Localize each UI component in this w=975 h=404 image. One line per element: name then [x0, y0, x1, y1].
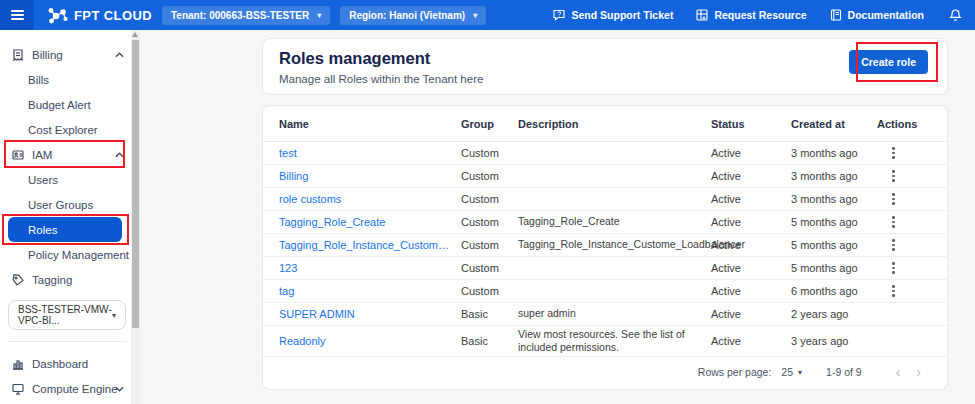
tenant-selector[interactable]: Tenant: 000663-BSS-TESTER ▾: [162, 6, 330, 25]
role-created-at: 5 months ago: [791, 216, 875, 228]
previous-page-icon[interactable]: ‹: [888, 364, 909, 380]
sidebar-item-label: User Groups: [28, 199, 93, 211]
role-created-at: 3 months ago: [791, 170, 875, 182]
sidebar-item-user-groups[interactable]: User Groups: [0, 192, 140, 217]
hamburger-menu-icon[interactable]: [0, 0, 34, 30]
role-actions-cell: [875, 145, 931, 161]
role-description: Tagging_Role_Instance_Custome_Loadbalanc…: [518, 238, 711, 251]
request-resource-link[interactable]: Request Resource: [695, 8, 806, 22]
next-page-icon[interactable]: ›: [908, 364, 929, 380]
sidebar-item-label: Billing: [32, 49, 63, 61]
main-content: Roles management Manage all Roles within…: [140, 30, 975, 404]
role-name-link[interactable]: role customs: [279, 193, 461, 205]
role-name-link[interactable]: 123: [279, 262, 461, 274]
notifications-bell-icon[interactable]: [946, 8, 963, 23]
sidebar-item-cost-explorer[interactable]: Cost Explorer: [0, 117, 140, 142]
sidebar-item-iam[interactable]: IAM: [0, 142, 140, 167]
region-selector[interactable]: Region: Hanoi (Vietnam) ▾: [340, 6, 486, 25]
chevron-up-icon: [115, 52, 124, 58]
region-label: Region: Hanoi (Vietnam): [349, 10, 465, 21]
role-name-link[interactable]: Billing: [279, 170, 461, 182]
role-name-link[interactable]: tag: [279, 285, 461, 297]
role-created-at: 2 years ago: [791, 308, 875, 320]
sidebar-item-dashboard[interactable]: Dashboard: [0, 351, 140, 376]
role-name-link[interactable]: test: [279, 147, 461, 159]
topbar-actions: Send Support Ticket Request Resource Doc…: [552, 8, 975, 23]
role-created-at: 3 months ago: [791, 147, 875, 159]
sidebar-item-bills[interactable]: Bills: [0, 67, 140, 92]
role-group: Custom: [461, 170, 518, 182]
sidebar-item-roles[interactable]: Roles: [8, 217, 122, 242]
sidebar-item-label: Policy Management: [28, 249, 129, 261]
role-group: Custom: [461, 285, 518, 297]
role-description: View most resources. See the list of inc…: [518, 328, 711, 354]
table-row: Tagging_Role_CreateCustomTagging_Role_Cr…: [263, 211, 947, 234]
role-status: Active: [711, 335, 791, 347]
role-created-at: 6 months ago: [791, 285, 875, 297]
role-actions-cell: [875, 237, 931, 253]
send-support-ticket-link[interactable]: Send Support Ticket: [552, 8, 673, 22]
page-subtitle: Manage all Roles within the Tenant here: [279, 73, 931, 85]
sidebar-item-label: Dashboard: [32, 358, 88, 370]
documentation-link[interactable]: Documentation: [829, 8, 924, 22]
role-status: Active: [711, 285, 791, 297]
role-description: Tagging_Role_Create: [518, 215, 711, 228]
col-header-created-at: Created at: [791, 118, 875, 130]
role-status: Active: [711, 262, 791, 274]
kebab-menu-icon[interactable]: [889, 260, 898, 276]
role-status: Active: [711, 170, 791, 182]
table-row: Tagging_Role_Instance_Custome_Loadbalanc…: [263, 234, 947, 257]
col-header-name: Name: [279, 118, 461, 130]
table-header-row: Name Group Description Status Created at…: [263, 106, 947, 142]
vpc-selector-value: BSS-TESTER-VMW-VPC-BI...: [18, 304, 112, 326]
chevron-down-icon: ▾: [317, 11, 321, 20]
role-created-at: 3 months ago: [791, 193, 875, 205]
role-actions-cell: [875, 214, 931, 230]
role-group: Custom: [461, 216, 518, 228]
col-header-description: Description: [518, 118, 711, 130]
role-name-link[interactable]: Tagging_Role_Instance_Custome_Loadbalanc…: [279, 239, 461, 251]
role-name-link[interactable]: SUPER ADMIN: [279, 308, 461, 320]
dashboard-icon: [10, 356, 25, 371]
kebab-menu-icon[interactable]: [889, 283, 898, 299]
rows-per-page-select[interactable]: 25 ▾: [781, 366, 802, 378]
role-group: Custom: [461, 262, 518, 274]
kebab-menu-icon[interactable]: [889, 168, 898, 184]
chevron-down-icon: ▾: [798, 368, 802, 377]
role-actions-cell: [875, 191, 931, 207]
kebab-menu-icon[interactable]: [889, 237, 898, 253]
kebab-menu-icon[interactable]: [889, 214, 898, 230]
brand-text: FPT CLOUD: [74, 8, 152, 23]
role-description: super admin: [518, 307, 711, 320]
role-status: Active: [711, 147, 791, 159]
sidebar-item-billing[interactable]: Billing: [0, 42, 140, 67]
sidebar-item-policy-management[interactable]: Policy Management: [0, 242, 140, 267]
vpc-selector[interactable]: BSS-TESTER-VMW-VPC-BI...▾: [8, 300, 126, 330]
chevron-down-icon: ▾: [473, 11, 477, 20]
create-role-button[interactable]: Create role: [849, 50, 928, 74]
role-name-link[interactable]: Readonly: [279, 335, 461, 347]
sidebar-item-tagging[interactable]: Tagging: [0, 267, 140, 292]
sidebar-scrollbar[interactable]: [131, 30, 140, 404]
table-row: testCustomActive3 months ago: [263, 142, 947, 165]
kebab-menu-icon[interactable]: [889, 191, 898, 207]
col-header-actions: Actions: [875, 118, 931, 130]
role-group: Basic: [461, 335, 518, 347]
fpt-cloud-logo: FPT CLOUD: [48, 7, 152, 24]
scrollbar-thumb[interactable]: [132, 40, 139, 328]
sidebar: BillingBillsBudget AlertCost ExplorerIAM…: [0, 30, 140, 404]
chevron-down-icon: [115, 386, 124, 392]
sidebar-item-compute-engine[interactable]: Compute Engine: [0, 376, 140, 401]
role-name-link[interactable]: Tagging_Role_Create: [279, 216, 461, 228]
kebab-menu-icon[interactable]: [889, 145, 898, 161]
page-title: Roles management: [279, 49, 931, 68]
pagination-range: 1-9 of 9: [826, 366, 862, 378]
table-row: ReadonlyBasicView most resources. See th…: [263, 326, 947, 357]
scroll-up-arrow-icon[interactable]: [132, 32, 138, 37]
sidebar-item-label: Budget Alert: [28, 99, 91, 111]
sidebar-item-budget-alert[interactable]: Budget Alert: [0, 92, 140, 117]
tenant-label: Tenant: 000663-BSS-TESTER: [171, 10, 309, 21]
table-row: role customsCustomActive3 months ago: [263, 188, 947, 211]
sidebar-item-users[interactable]: Users: [0, 167, 140, 192]
support-ticket-icon: [552, 8, 566, 22]
